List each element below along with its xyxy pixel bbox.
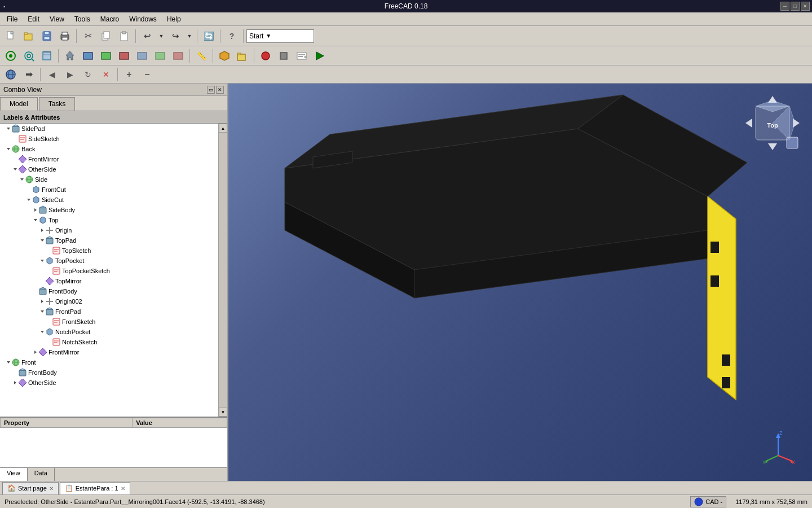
workbench-selector[interactable]: Start ▼ bbox=[246, 29, 314, 43]
tree-item-topMirror[interactable]: TopMirror bbox=[0, 276, 218, 286]
redo-button[interactable]: ↪ bbox=[167, 28, 184, 44]
expand-sideCut[interactable] bbox=[26, 197, 32, 203]
tree-item-topSketch[interactable]: TopSketch bbox=[0, 246, 218, 256]
arrow-fill-button[interactable]: ➡ bbox=[20, 67, 37, 82]
tree-item-front[interactable]: Front bbox=[0, 357, 218, 367]
expand-sidePad[interactable] bbox=[6, 126, 11, 132]
menu-tools[interactable]: Tools bbox=[70, 14, 95, 24]
fit-all-button[interactable] bbox=[2, 48, 19, 64]
minimize-button[interactable]: ─ bbox=[780, 2, 789, 11]
tab-tasks[interactable]: Tasks bbox=[39, 97, 76, 111]
redo-dropdown[interactable]: ▼ bbox=[185, 28, 194, 44]
globe-button[interactable] bbox=[2, 67, 19, 82]
stop-button[interactable] bbox=[275, 48, 292, 64]
nav-add-button[interactable]: + bbox=[121, 67, 138, 82]
record-button[interactable] bbox=[257, 48, 274, 64]
home-view-button[interactable] bbox=[61, 48, 78, 64]
tree-item-top[interactable]: Top bbox=[0, 215, 218, 225]
tree-scroll-up[interactable]: ▲ bbox=[219, 124, 227, 133]
expand-front[interactable] bbox=[6, 360, 11, 365]
expand-frontBody[interactable] bbox=[33, 288, 38, 294]
expand-topPocket[interactable] bbox=[39, 258, 45, 264]
nav-forward-button[interactable]: ▶ bbox=[61, 67, 78, 82]
expand-notchSketch[interactable] bbox=[46, 339, 52, 345]
3d-viewport[interactable]: Top Z X Y bbox=[228, 84, 812, 481]
expand-sideSketch[interactable] bbox=[12, 136, 18, 142]
menu-edit[interactable]: Edit bbox=[23, 14, 44, 24]
expand-frontPad[interactable] bbox=[39, 309, 45, 314]
expand-frontMirror[interactable] bbox=[12, 156, 18, 162]
expand-otherSide[interactable] bbox=[12, 167, 18, 172]
tree-item-sideCut[interactable]: SideCut bbox=[0, 195, 218, 205]
rear-view-button[interactable] bbox=[134, 48, 151, 64]
tree-content[interactable]: SidePadSideSketchBackFrontMirrorOtherSid… bbox=[0, 124, 218, 417]
expand-side[interactable] bbox=[19, 177, 25, 182]
expand-frontMirror2[interactable] bbox=[33, 349, 38, 355]
close-button[interactable]: ✕ bbox=[801, 2, 810, 11]
menu-macro[interactable]: Macro bbox=[96, 14, 123, 24]
open-button[interactable] bbox=[20, 28, 37, 44]
tree-item-sideBody[interactable]: SideBody bbox=[0, 205, 218, 215]
refresh-button[interactable]: 🔄 bbox=[200, 28, 217, 44]
top-view-button[interactable] bbox=[98, 48, 114, 64]
menu-file[interactable]: File bbox=[2, 14, 22, 24]
tree-item-frontMirror[interactable]: FrontMirror bbox=[0, 154, 218, 164]
combo-restore-button[interactable]: ▭ bbox=[207, 86, 215, 94]
combo-close-button[interactable]: ✕ bbox=[216, 86, 224, 94]
maximize-button[interactable]: □ bbox=[791, 2, 800, 11]
tree-item-sidePad[interactable]: SidePad bbox=[0, 124, 218, 134]
tree-item-frontBody[interactable]: FrontBody bbox=[0, 286, 218, 296]
tree-item-origin[interactable]: Origin bbox=[0, 225, 218, 235]
measure-button[interactable]: 📏 bbox=[193, 48, 210, 64]
nav-minus-button[interactable]: − bbox=[139, 67, 156, 82]
tree-item-topPocket[interactable]: TopPocket bbox=[0, 256, 218, 266]
new-button[interactable] bbox=[2, 28, 19, 44]
expand-frontSketch[interactable] bbox=[46, 319, 52, 325]
run-macro-button[interactable] bbox=[311, 48, 328, 64]
cut-button[interactable]: ✂ bbox=[80, 28, 96, 44]
menu-view[interactable]: View bbox=[45, 14, 69, 24]
tree-item-side[interactable]: Side bbox=[0, 174, 218, 185]
tree-item-otherSide2[interactable]: OtherSide bbox=[0, 378, 218, 388]
paste-button[interactable] bbox=[116, 28, 133, 44]
tree-item-frontMirror2[interactable]: FrontMirror bbox=[0, 347, 218, 357]
expand-otherSide2[interactable] bbox=[12, 380, 18, 386]
tree-item-frontBody2[interactable]: FrontBody bbox=[0, 367, 218, 378]
expand-origin002[interactable] bbox=[39, 299, 45, 304]
expand-top[interactable] bbox=[33, 217, 38, 223]
tree-item-topPad[interactable]: TopPad bbox=[0, 235, 218, 246]
tree-item-notchSketch[interactable]: NotchSketch bbox=[0, 337, 218, 347]
tab-start-page[interactable]: 🏠 Start page ✕ bbox=[2, 482, 59, 494]
help-button[interactable]: ? bbox=[223, 28, 240, 44]
copy-button[interactable] bbox=[98, 28, 114, 44]
tree-item-notchPocket[interactable]: NotchPocket bbox=[0, 327, 218, 337]
expand-sideBody[interactable] bbox=[33, 207, 38, 213]
expand-origin[interactable] bbox=[39, 227, 45, 233]
left-view-button[interactable] bbox=[170, 48, 187, 64]
undo-button[interactable]: ↩ bbox=[139, 28, 156, 44]
front-view-button[interactable] bbox=[80, 48, 96, 64]
expand-back[interactable] bbox=[6, 146, 11, 152]
tab-data[interactable]: Data bbox=[28, 468, 55, 481]
tab-view[interactable]: View bbox=[0, 468, 28, 481]
start-page-close[interactable]: ✕ bbox=[49, 485, 54, 492]
expand-frontBody2[interactable] bbox=[12, 370, 18, 375]
tree-scroll-down[interactable]: ▼ bbox=[219, 408, 227, 417]
nav-stop-button[interactable]: ✕ bbox=[98, 67, 114, 82]
view-style-button[interactable] bbox=[38, 48, 55, 64]
tree-item-frontSketch[interactable]: FrontSketch bbox=[0, 317, 218, 327]
expand-topPad[interactable] bbox=[39, 238, 45, 243]
nav-refresh-button[interactable]: ↻ bbox=[80, 67, 96, 82]
right-view-button[interactable] bbox=[116, 48, 133, 64]
menu-help[interactable]: Help bbox=[162, 14, 186, 24]
tab-estante[interactable]: 📋 EstantePara : 1 ✕ bbox=[60, 482, 130, 494]
nav-back-button[interactable]: ◀ bbox=[43, 67, 60, 82]
menu-windows[interactable]: Windows bbox=[125, 14, 161, 24]
estante-close[interactable]: ✕ bbox=[121, 485, 125, 492]
edit-macro-button[interactable] bbox=[293, 48, 310, 64]
tab-model[interactable]: Model bbox=[0, 97, 38, 111]
save-all-button[interactable] bbox=[38, 28, 55, 44]
tree-item-back[interactable]: Back bbox=[0, 144, 218, 154]
add-part-button[interactable] bbox=[216, 48, 233, 64]
undo-dropdown[interactable]: ▼ bbox=[157, 28, 166, 44]
